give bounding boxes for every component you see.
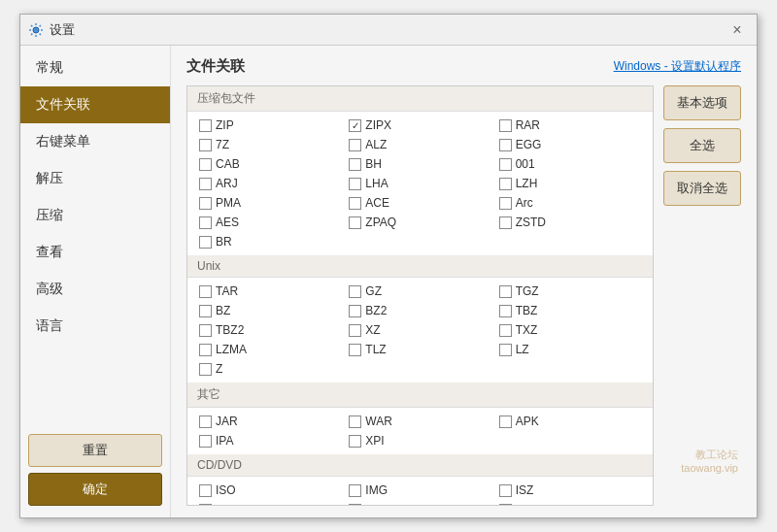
file-item-TGZ[interactable]: TGZ <box>495 282 645 301</box>
windows-link[interactable]: Windows - 设置默认程序 <box>614 58 741 75</box>
checkbox-LHA[interactable] <box>349 178 361 190</box>
checkbox-LZ[interactable] <box>499 344 512 356</box>
checkbox-PMA[interactable] <box>199 197 212 210</box>
checkbox-BZ2[interactable] <box>349 305 361 317</box>
file-item-TBZ2[interactable]: TBZ2 <box>195 320 345 340</box>
file-item-001[interactable]: 001 <box>495 154 645 174</box>
sidebar-item-3[interactable]: 解压 <box>20 160 170 197</box>
file-item-ALZ[interactable]: ALZ <box>345 135 494 154</box>
file-item-ACE[interactable]: ACE <box>345 193 494 213</box>
sidebar-item-0[interactable]: 常规 <box>20 50 170 86</box>
checkbox-JAR[interactable] <box>199 416 212 428</box>
checkbox-GZ[interactable] <box>349 285 361 298</box>
checkbox-7Z[interactable] <box>199 139 212 151</box>
file-item-ISO[interactable]: ISO <box>195 481 345 500</box>
checkbox-XZ[interactable] <box>349 324 361 337</box>
file-item-EGG[interactable]: EGG <box>495 135 645 154</box>
checkbox-ARJ[interactable] <box>199 178 212 190</box>
checkbox-LZH[interactable] <box>499 178 512 190</box>
file-item-BIN[interactable]: BIN <box>495 500 645 506</box>
file-item-ZPAQ[interactable]: ZPAQ <box>345 213 494 232</box>
checkbox-ZIP[interactable] <box>199 119 212 132</box>
file-item-ISZ[interactable]: ISZ <box>495 481 645 500</box>
checkbox-CAB[interactable] <box>199 158 212 171</box>
checkbox-TXZ[interactable] <box>499 324 512 337</box>
file-item-BR[interactable]: BR <box>195 232 345 251</box>
checkbox-ZPAQ[interactable] <box>349 216 361 229</box>
file-item-PMA[interactable]: PMA <box>195 193 345 213</box>
file-item-TXZ[interactable]: TXZ <box>495 320 645 340</box>
sidebar-item-7[interactable]: 语言 <box>20 308 170 345</box>
file-item-7Z[interactable]: 7Z <box>195 135 345 154</box>
reset-button[interactable]: 重置 <box>28 434 162 467</box>
checkbox-LZMA[interactable] <box>199 344 212 356</box>
basic-options-button[interactable]: 基本选项 <box>663 85 741 120</box>
file-item-LHA[interactable]: LHA <box>345 174 494 193</box>
checkbox-XPI[interactable] <box>349 435 361 448</box>
file-item-Z[interactable]: Z <box>195 359 345 379</box>
checkbox-TLZ[interactable] <box>349 344 361 356</box>
file-item-WAR[interactable]: WAR <box>345 412 494 431</box>
checkbox-UDF[interactable] <box>199 504 212 507</box>
file-item-WIM[interactable]: WIM <box>345 500 494 506</box>
file-item-TBZ[interactable]: TBZ <box>495 301 645 320</box>
file-item-LZH[interactable]: LZH <box>495 174 645 193</box>
file-item-XZ[interactable]: XZ <box>345 320 494 340</box>
file-item-XPI[interactable]: XPI <box>345 431 494 450</box>
checkbox-WAR[interactable] <box>349 416 361 428</box>
file-item-ARJ[interactable]: ARJ <box>195 174 345 193</box>
file-item-ZSTD[interactable]: ZSTD <box>495 213 645 232</box>
checkbox-TAR[interactable] <box>199 285 212 298</box>
file-item-TAR[interactable]: TAR <box>195 282 345 301</box>
checkbox-TGZ[interactable] <box>499 285 512 298</box>
checkbox-001[interactable] <box>499 158 512 171</box>
checkbox-IPA[interactable] <box>199 435 212 448</box>
file-item-GZ[interactable]: GZ <box>345 282 494 301</box>
checkbox-ZSTD[interactable] <box>499 216 512 229</box>
checkbox-IMG[interactable] <box>349 484 361 497</box>
file-item-AES[interactable]: AES <box>195 213 345 232</box>
checkbox-ALZ[interactable] <box>349 139 361 151</box>
file-item-ZIP[interactable]: ZIP <box>195 116 345 135</box>
checkbox-BZ[interactable] <box>199 305 212 317</box>
select-all-button[interactable]: 全选 <box>663 128 741 163</box>
checkbox-BH[interactable] <box>349 158 361 171</box>
checkbox-EGG[interactable] <box>499 139 512 151</box>
checkbox-ZIPX[interactable] <box>349 119 361 132</box>
checkbox-ISO[interactable] <box>199 484 212 497</box>
file-item-CAB[interactable]: CAB <box>195 154 345 174</box>
file-item-UDF[interactable]: UDF <box>195 500 345 506</box>
file-item-LZ[interactable]: LZ <box>495 340 645 359</box>
close-button[interactable]: × <box>726 18 749 42</box>
file-item-IMG[interactable]: IMG <box>345 481 494 500</box>
checkbox-WIM[interactable] <box>349 504 361 507</box>
checkbox-Arc[interactable] <box>499 197 512 210</box>
sidebar-item-6[interactable]: 高级 <box>20 271 170 308</box>
file-list[interactable]: 压缩包文件ZIPZIPXRAR7ZALZEGGCABBH001ARJLHALZH… <box>186 85 654 506</box>
sidebar-item-5[interactable]: 查看 <box>20 234 170 271</box>
confirm-button[interactable]: 确定 <box>28 473 162 506</box>
checkbox-TBZ[interactable] <box>499 305 512 317</box>
sidebar-item-1[interactable]: 文件关联 <box>20 86 170 123</box>
file-item-LZMA[interactable]: LZMA <box>195 340 345 359</box>
sidebar-item-2[interactable]: 右键菜单 <box>20 123 170 160</box>
file-item-TLZ[interactable]: TLZ <box>345 340 494 359</box>
file-item-BZ[interactable]: BZ <box>195 301 345 320</box>
checkbox-RAR[interactable] <box>499 119 512 132</box>
sidebar-item-4[interactable]: 压缩 <box>20 197 170 234</box>
checkbox-AES[interactable] <box>199 216 212 229</box>
file-item-BZ2[interactable]: BZ2 <box>345 301 494 320</box>
checkbox-TBZ2[interactable] <box>199 324 212 337</box>
file-item-IPA[interactable]: IPA <box>195 431 345 450</box>
checkbox-ACE[interactable] <box>349 197 361 210</box>
checkbox-ISZ[interactable] <box>499 484 512 497</box>
file-item-JAR[interactable]: JAR <box>195 412 345 431</box>
checkbox-BIN[interactable] <box>499 504 512 507</box>
file-item-RAR[interactable]: RAR <box>495 116 645 135</box>
checkbox-Z[interactable] <box>199 363 212 376</box>
checkbox-APK[interactable] <box>499 416 512 428</box>
deselect-all-button[interactable]: 取消全选 <box>663 171 741 206</box>
checkbox-BR[interactable] <box>199 236 212 249</box>
file-item-ZIPX[interactable]: ZIPX <box>345 116 494 135</box>
file-item-Arc[interactable]: Arc <box>495 193 645 213</box>
